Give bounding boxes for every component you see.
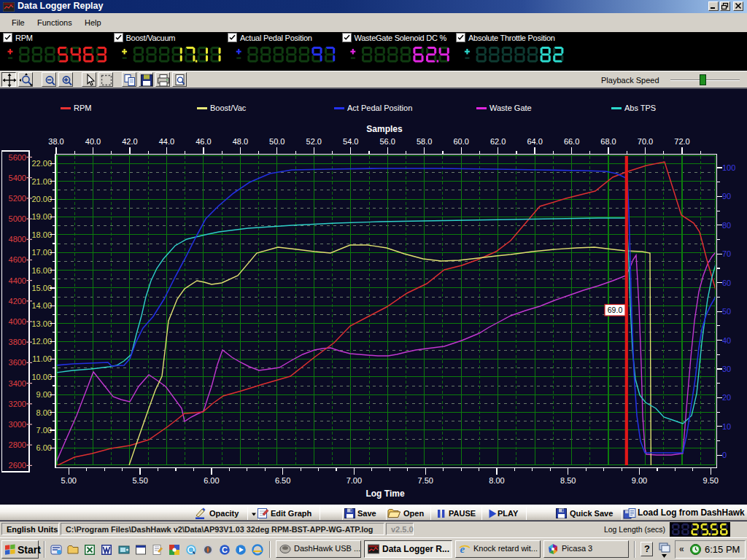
svg-text:5.50: 5.50 xyxy=(132,476,147,485)
svg-text:38.0: 38.0 xyxy=(48,137,63,146)
svg-text:16.00: 16.00 xyxy=(31,266,52,275)
svg-text:17.00: 17.00 xyxy=(31,248,52,257)
svg-text:54.0: 54.0 xyxy=(343,137,358,146)
svg-text:5600: 5600 xyxy=(9,153,26,162)
svg-text:0: 0 xyxy=(722,451,727,459)
svg-text:4400: 4400 xyxy=(9,276,26,285)
svg-text:58.0: 58.0 xyxy=(417,137,432,146)
svg-text:50.0: 50.0 xyxy=(269,137,285,146)
svg-text:e: e xyxy=(460,543,465,555)
svg-text:50: 50 xyxy=(722,307,731,316)
svg-text:52.0: 52.0 xyxy=(306,137,322,146)
svg-text:64.0: 64.0 xyxy=(527,137,542,146)
svg-text:9.00: 9.00 xyxy=(632,476,647,485)
svg-text:Abs TPS: Abs TPS xyxy=(624,104,656,112)
svg-text:20.00: 20.00 xyxy=(31,195,52,203)
svg-text:14.00: 14.00 xyxy=(31,301,52,310)
svg-text:30: 30 xyxy=(722,365,731,373)
svg-text:5400: 5400 xyxy=(9,174,26,182)
svg-text:60.0: 60.0 xyxy=(453,137,468,146)
svg-text:RPM: RPM xyxy=(74,104,91,112)
svg-text:62.0: 62.0 xyxy=(490,137,506,146)
svg-text:4000: 4000 xyxy=(9,317,26,326)
svg-text:70: 70 xyxy=(722,249,731,258)
svg-text:6.50: 6.50 xyxy=(275,476,290,485)
svg-text:8.50: 8.50 xyxy=(560,476,576,485)
svg-text:5.00: 5.00 xyxy=(61,476,77,485)
svg-text:21.00: 21.00 xyxy=(31,177,52,186)
svg-text:72.0: 72.0 xyxy=(674,137,689,146)
svg-text:11.00: 11.00 xyxy=(32,354,52,363)
svg-text:40.0: 40.0 xyxy=(85,137,101,146)
svg-text:10: 10 xyxy=(722,422,731,431)
svg-text:15.00: 15.00 xyxy=(31,284,52,292)
svg-text:42.0: 42.0 xyxy=(122,137,137,146)
svg-text:4800: 4800 xyxy=(9,235,26,244)
svg-text:13.00: 13.00 xyxy=(31,319,52,328)
svg-text:5200: 5200 xyxy=(9,194,26,203)
svg-text:22.00: 22.00 xyxy=(31,159,52,168)
svg-text:100: 100 xyxy=(722,163,735,172)
svg-text:3000: 3000 xyxy=(9,420,26,429)
svg-text:48.0: 48.0 xyxy=(233,137,248,146)
svg-text:10.00: 10.00 xyxy=(31,373,52,381)
svg-text:80: 80 xyxy=(722,221,731,230)
svg-text:12.00: 12.00 xyxy=(31,337,52,346)
svg-text:C: C xyxy=(222,545,228,554)
svg-text:40: 40 xyxy=(722,336,731,345)
svg-text:5000: 5000 xyxy=(9,214,26,223)
svg-text:44.0: 44.0 xyxy=(159,137,174,146)
svg-text:4200: 4200 xyxy=(9,297,26,306)
svg-text:Waste Gate: Waste Gate xyxy=(489,104,532,112)
svg-text:9.50: 9.50 xyxy=(703,476,719,485)
svg-text:46.0: 46.0 xyxy=(196,137,211,146)
svg-text:4600: 4600 xyxy=(9,255,26,264)
svg-text:Samples: Samples xyxy=(366,124,403,134)
svg-text:3200: 3200 xyxy=(9,400,26,408)
svg-text:8.00: 8.00 xyxy=(489,476,504,485)
svg-text:60: 60 xyxy=(722,279,731,287)
svg-text:Act Pedal Position: Act Pedal Position xyxy=(347,104,412,112)
svg-text:68.0: 68.0 xyxy=(600,137,616,146)
svg-text:Log Time: Log Time xyxy=(365,489,404,499)
svg-text:20: 20 xyxy=(722,393,731,402)
svg-text:3400: 3400 xyxy=(9,379,26,388)
svg-text:2800: 2800 xyxy=(9,440,26,449)
svg-text:66.0: 66.0 xyxy=(564,137,579,146)
svg-text:69.0: 69.0 xyxy=(608,306,623,314)
svg-text:90: 90 xyxy=(722,192,731,201)
svg-text:19.00: 19.00 xyxy=(31,212,52,221)
svg-text:Boost/Vac: Boost/Vac xyxy=(210,104,247,112)
svg-text:18.00: 18.00 xyxy=(31,230,52,239)
svg-text:7.00: 7.00 xyxy=(347,476,362,485)
svg-text:3800: 3800 xyxy=(9,338,26,346)
svg-text:3600: 3600 xyxy=(9,358,26,367)
svg-text:2600: 2600 xyxy=(9,461,26,470)
svg-text:7.50: 7.50 xyxy=(417,476,433,485)
svg-text:6.00: 6.00 xyxy=(204,476,219,485)
svg-text:56.0: 56.0 xyxy=(379,137,395,146)
svg-text:70.0: 70.0 xyxy=(638,137,653,146)
